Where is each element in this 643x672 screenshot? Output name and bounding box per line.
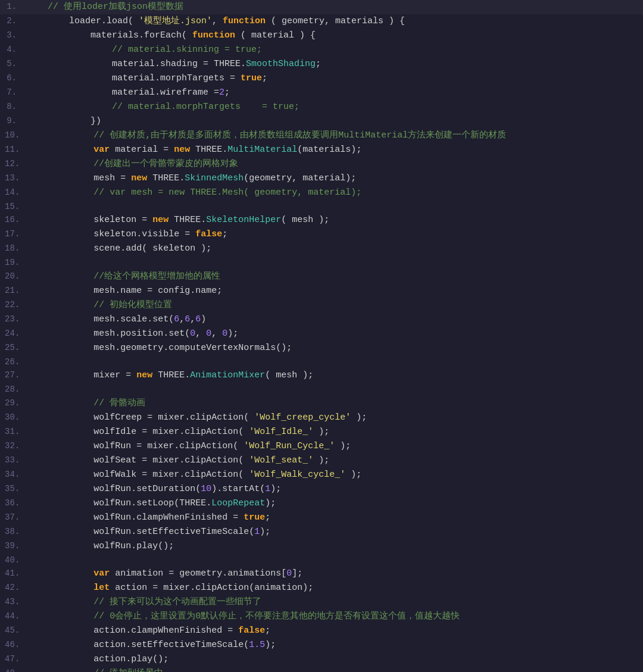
table-row: 20. //给这个网格模型增加他的属性 (0, 270, 643, 284)
line-content: materials.forEach( function ( material )… (24, 29, 643, 43)
table-row: 12. //创建出一个骨骼带蒙皮的网格对象 (0, 157, 643, 171)
line-number: 40. (0, 554, 27, 567)
table-row: 28. (0, 383, 643, 396)
table-row: 36. wolfRun.setLoop(THREE.LoopRepeat); (0, 496, 643, 511)
line-number: 28. (0, 383, 27, 396)
line-content: wolfRun.play(); (27, 539, 643, 554)
line-number: 15. (0, 200, 27, 213)
line-content: // var mesh = new THREE.Mesh( geometry, … (27, 186, 643, 200)
table-row: 18. scene.add( skeleton ); (0, 242, 643, 256)
line-content: mesh.geometry.computeVertexNormals(); (27, 341, 643, 355)
line-number: 38. (0, 525, 27, 538)
table-row: 14. // var mesh = new THREE.Mesh( geomet… (0, 186, 643, 200)
line-content: material.morphTargets = true; (24, 71, 643, 86)
table-row: 11. var material = new THREE.MultiMateri… (0, 143, 643, 157)
line-number: 45. (0, 624, 27, 637)
line-number: 11. (0, 143, 27, 156)
table-row: 23. mesh.scale.set(6,6,6) (0, 312, 643, 327)
line-number: 43. (0, 595, 27, 608)
code-lines: 1. // 使用loder加载json模型数据2. loader.load( '… (0, 0, 643, 672)
line-content: wolfRun.setEffectiveTimeScale(1); (27, 525, 643, 539)
line-number: 46. (0, 638, 27, 651)
line-content: // 添加到场景中 (27, 667, 643, 672)
line-number: 16. (0, 213, 27, 226)
table-row: 35. wolfRun.setDuration(10).startAt(1); (0, 482, 643, 496)
line-number: 33. (0, 454, 27, 467)
line-content: mesh.scale.set(6,6,6) (27, 312, 643, 327)
line-content: skeleton = new THREE.SkeletonHelper( mes… (27, 213, 643, 227)
line-number: 31. (0, 425, 27, 438)
line-content: // material.morphTargets = true; (24, 100, 643, 114)
line-number: 30. (0, 411, 27, 424)
line-content: wolfIdle = mixer.clipAction( 'Wolf_Idle_… (27, 425, 643, 439)
line-content: scene.add( skeleton ); (27, 242, 643, 256)
line-number: 22. (0, 298, 27, 311)
table-row: 45. action.clampWhenFinished = false; (0, 624, 643, 638)
line-number: 6. (0, 71, 24, 85)
line-content: action.clampWhenFinished = false; (27, 624, 643, 638)
line-number: 34. (0, 468, 27, 481)
table-row: 22. // 初始化模型位置 (0, 298, 643, 312)
line-number: 13. (0, 171, 27, 185)
line-number: 2. (0, 14, 24, 27)
line-content: // 初始化模型位置 (27, 298, 643, 312)
code-editor: 1. // 使用loder加载json模型数据2. loader.load( '… (0, 0, 643, 672)
table-row: 42. let action = mixer.clipAction(animat… (0, 581, 643, 595)
line-number: 5. (0, 57, 24, 70)
line-number: 42. (0, 581, 27, 594)
table-row: 32. wolfRun = mixer.clipAction( 'Wolf_Ru… (0, 439, 643, 454)
line-content: mesh.name = config.name; (27, 284, 643, 298)
table-row: 41. var animation = geometry.animations[… (0, 567, 643, 581)
line-content: wolfSeat = mixer.clipAction( 'Wolf_seat_… (27, 454, 643, 468)
table-row: 33. wolfSeat = mixer.clipAction( 'Wolf_s… (0, 454, 643, 468)
line-content: action.setEffectiveTimeScale(1.5); (27, 638, 643, 652)
line-number: 27. (0, 368, 27, 382)
table-row: 46. action.setEffectiveTimeScale(1.5); (0, 638, 643, 652)
table-row: 13. mesh = new THREE.SkinnedMesh(geometr… (0, 171, 643, 186)
line-content: // 骨骼动画 (27, 396, 643, 411)
table-row: 30. wolfCreep = mixer.clipAction( 'Wolf_… (0, 411, 643, 425)
line-content: skeleton.visible = false; (27, 227, 643, 242)
table-row: 24. mesh.position.set(0, 0, 0); (0, 327, 643, 341)
table-row: 31. wolfIdle = mixer.clipAction( 'Wolf_I… (0, 425, 643, 439)
line-number: 9. (0, 114, 24, 127)
table-row: 25. mesh.geometry.computeVertexNormals()… (0, 341, 643, 355)
line-content: //给这个网格模型增加他的属性 (27, 270, 643, 284)
table-row: 4. // material.skinning = true; (0, 43, 643, 57)
line-number: 37. (0, 511, 27, 524)
line-number: 24. (0, 327, 27, 340)
line-number: 7. (0, 86, 24, 99)
line-number: 18. (0, 242, 27, 255)
line-number: 39. (0, 539, 27, 552)
line-number: 19. (0, 256, 27, 269)
line-content: loader.load( '模型地址.json', function ( geo… (24, 14, 643, 29)
line-number: 47. (0, 652, 27, 665)
table-row: 29. // 骨骼动画 (0, 396, 643, 411)
line-content: mixer = new THREE.AnimationMixer( mesh )… (27, 368, 643, 383)
table-row: 48. // 添加到场景中 (0, 667, 643, 672)
line-content: let action = mixer.clipAction(animation)… (27, 581, 643, 595)
line-number: 35. (0, 482, 27, 495)
table-row: 15. (0, 200, 643, 213)
table-row: 17. skeleton.visible = false; (0, 227, 643, 242)
line-content: material.shading = THREE.SmoothShading; (24, 57, 643, 71)
line-content: wolfRun.setDuration(10).startAt(1); (27, 482, 643, 496)
table-row: 10. // 创建材质,由于材质是多面材质，由材质数组组成故要调用MultiMa… (0, 129, 643, 143)
table-row: 26. (0, 355, 643, 368)
line-number: 32. (0, 439, 27, 452)
line-content: // material.skinning = true; (24, 43, 643, 57)
line-content: wolfRun.setLoop(THREE.LoopRepeat); (27, 496, 643, 511)
line-number: 8. (0, 100, 24, 113)
line-number: 36. (0, 496, 27, 510)
table-row: 21. mesh.name = config.name; (0, 284, 643, 298)
line-content: wolfRun.clampWhenFinished = true; (27, 511, 643, 525)
line-number: 4. (0, 43, 24, 56)
table-row: 44. // 0会停止，这里设置为0默认停止，不停要注意其他的地方是否有设置这个… (0, 610, 643, 624)
table-row: 40. (0, 554, 643, 567)
table-row: 34. wolfWalk = mixer.clipAction( 'Wolf_W… (0, 468, 643, 482)
table-row: 39. wolfRun.play(); (0, 539, 643, 554)
line-number: 41. (0, 567, 27, 580)
line-content: // 接下来可以为这个动画配置一些细节了 (27, 595, 643, 610)
line-content: //创建出一个骨骼带蒙皮的网格对象 (27, 157, 643, 171)
line-number: 10. (0, 129, 27, 142)
